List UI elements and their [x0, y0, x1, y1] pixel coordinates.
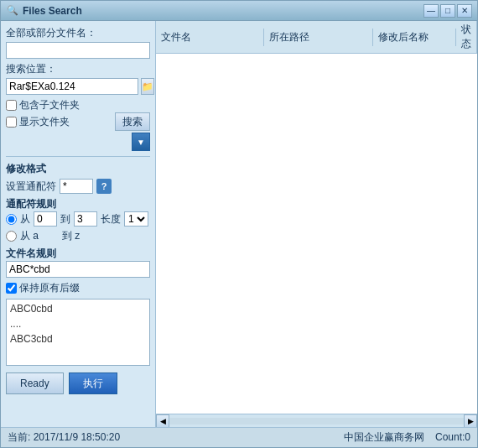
- radio-row-alpha: 从 a 到 z: [6, 229, 150, 243]
- from-num-input[interactable]: [34, 211, 57, 227]
- main-window: 🔍 Files Search — □ ✕ 全部或部分文件名： 搜索位置： 📁: [0, 0, 478, 448]
- include-subfolders-row: 包含子文件夹: [6, 98, 150, 112]
- datetime-display: 当前: 2017/11/9 18:50:20: [8, 430, 120, 445]
- ready-button[interactable]: Ready: [6, 372, 64, 394]
- radio-group-1: 从 到 长度 1 2 3 从 a: [6, 211, 150, 243]
- length-label: 长度: [101, 212, 121, 227]
- keep-suffix-checkbox[interactable]: [6, 283, 17, 294]
- radio-nums[interactable]: [6, 214, 17, 225]
- wildcard-rules-section: 通配符规则 从 到 长度 1 2 3: [6, 197, 150, 243]
- wildcard-row: 设置通配符 ?: [6, 179, 150, 194]
- maximize-button[interactable]: □: [440, 4, 455, 18]
- site-label: 中国企业赢商务网: [344, 431, 424, 443]
- wildcard-label: 设置通配符: [6, 180, 56, 194]
- preview-line-4: ABC3cbd: [10, 331, 146, 346]
- window-icon: 🔍: [6, 4, 19, 18]
- title-bar: 🔍 Files Search — □ ✕: [1, 1, 477, 21]
- left-panel: 全部或部分文件名： 搜索位置： 📁 包含子文件夹: [1, 21, 156, 427]
- location-section: 搜索位置： 📁: [6, 62, 150, 95]
- include-subfolders-checkbox[interactable]: [6, 100, 17, 111]
- col-newname: 修改后名称: [373, 29, 456, 46]
- location-label: 搜索位置：: [6, 62, 150, 76]
- filename-input[interactable]: [6, 42, 150, 59]
- to-label: 到: [60, 212, 70, 227]
- help-button[interactable]: ?: [96, 179, 112, 194]
- divider-1: [6, 156, 150, 157]
- filename-rule-title: 文件名规则: [6, 247, 150, 261]
- horizontal-scrollbar[interactable]: ◀ ▶: [156, 414, 477, 427]
- filename-section: 全部或部分文件名：: [6, 26, 150, 59]
- from-label: 从: [20, 212, 30, 227]
- search-button[interactable]: 搜索: [115, 112, 150, 131]
- preview-line-1: ABC0cbd: [10, 301, 146, 316]
- format-section: 修改格式 设置通配符 ?: [6, 162, 150, 194]
- radio-row-nums: 从 到 长度 1 2 3: [6, 211, 150, 227]
- location-row: 📁: [6, 78, 150, 95]
- site-and-count: 中国企业赢商务网 Count:0: [344, 430, 470, 445]
- browse-button[interactable]: 📁: [141, 78, 154, 95]
- filename-label: 全部或部分文件名：: [6, 26, 150, 40]
- preview-line-2: ....: [10, 316, 146, 331]
- title-bar-buttons: — □ ✕: [423, 4, 472, 18]
- table-header: 文件名 所在路径 修改后名称 状态: [156, 21, 477, 54]
- content-area: 全部或部分文件名： 搜索位置： 📁 包含子文件夹: [1, 21, 477, 427]
- show-folders-label: 显示文件夹: [19, 115, 70, 129]
- length-select[interactable]: 1 2 3: [124, 211, 148, 227]
- scroll-track[interactable]: [169, 418, 464, 425]
- format-title: 修改格式: [6, 162, 150, 176]
- execute-button[interactable]: 执行: [69, 372, 117, 394]
- wildcard-input[interactable]: [60, 179, 93, 194]
- small-action-button[interactable]: ▼: [132, 133, 150, 151]
- checkbox-section: 包含子文件夹 显示文件夹 搜索 ▼: [6, 98, 150, 151]
- preview-area: ABC0cbd .... ABC3cbd: [6, 299, 150, 366]
- keep-suffix-row: 保持原有后缀: [6, 281, 150, 295]
- datetime-value: 2017/11/9 18:50:20: [34, 431, 120, 443]
- close-button[interactable]: ✕: [457, 4, 472, 18]
- to-num-input[interactable]: [74, 211, 97, 227]
- show-folders-checkbox[interactable]: [6, 117, 17, 128]
- table-body: [156, 54, 477, 414]
- count-label: Count:0: [435, 431, 470, 443]
- filename-rule-section: 文件名规则: [6, 247, 150, 278]
- to2-label: 到 z: [62, 229, 80, 243]
- location-input[interactable]: [6, 78, 138, 95]
- scroll-left-arrow[interactable]: ◀: [156, 414, 169, 428]
- col-path: 所在路径: [264, 29, 372, 46]
- from2-label: 从 a: [20, 229, 39, 243]
- datetime-label: 当前:: [8, 431, 30, 443]
- minimize-button[interactable]: —: [423, 4, 439, 18]
- status-bar: 当前: 2017/11/9 18:50:20 中国企业赢商务网 Count:0: [1, 427, 477, 447]
- include-subfolders-label: 包含子文件夹: [19, 98, 80, 112]
- window-title: Files Search: [23, 5, 423, 17]
- keep-suffix-label: 保持原有后缀: [19, 281, 80, 295]
- scroll-right-arrow[interactable]: ▶: [464, 414, 477, 428]
- radio-alpha[interactable]: [6, 231, 17, 242]
- col-status: 状态: [456, 21, 477, 53]
- show-folders-row: 显示文件夹: [6, 115, 70, 129]
- bottom-buttons: Ready 执行: [6, 372, 150, 394]
- col-filename: 文件名: [156, 29, 264, 46]
- right-panel: 文件名 所在路径 修改后名称 状态 ◀ ▶: [156, 21, 477, 427]
- filename-rule-input[interactable]: [6, 261, 150, 278]
- wildcard-rules-title: 通配符规则: [6, 197, 150, 211]
